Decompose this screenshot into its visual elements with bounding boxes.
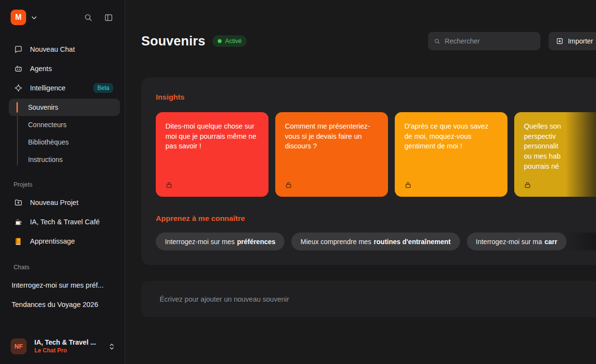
sidebar-top-bar: M [0, 0, 125, 25]
sidebar-toggle-icon[interactable] [104, 13, 113, 22]
orange-book-icon [14, 237, 23, 246]
chevron-down-icon [31, 15, 37, 21]
lock-icon [165, 181, 173, 189]
suggestion-pill[interactable]: Mieux comprendre mesroutines d'entraînem… [291, 233, 460, 250]
status-dot-icon [218, 39, 222, 43]
insight-card[interactable]: Quelles son perspectiv personnalit ou me… [514, 112, 596, 197]
sidebar-item-nouveau-projet[interactable]: Nouveau Projet [0, 193, 125, 212]
suggestion-pills-row: Interrogez-moi sur mespréférences Mieux … [141, 233, 596, 250]
sparkle-icon [14, 84, 23, 92]
sidebar-item-label: Agents [30, 65, 52, 73]
sub-item-label: Bibliothèques [28, 138, 69, 146]
insight-cards-row: Dites-moi quelque chose sur moi que je p… [141, 112, 596, 197]
active-indicator [16, 102, 18, 113]
memory-composer: + [141, 281, 596, 317]
insight-card-text: Quelles son perspectiv personnalit ou me… [524, 121, 596, 172]
sidebar-item-apprentissage[interactable]: Apprentissage [0, 232, 125, 251]
import-button[interactable]: Importer [549, 32, 596, 50]
insights-panel: Insights Dites-moi quelque chose sur moi… [141, 77, 596, 265]
sidebar-item-label: Intelligence [30, 84, 65, 92]
chats-list: Interrogez-moi sur mes préf... Tendances… [0, 276, 125, 314]
sidebar-item-connecteurs[interactable]: Connecteurs [9, 116, 120, 133]
project-label: IA, Tech & Travel Café [30, 218, 100, 226]
insight-card[interactable]: Comment me présenteriez-vous si je devai… [275, 112, 388, 197]
search-icon [434, 38, 440, 45]
chevron-up-down-icon [108, 343, 115, 350]
account-name: IA, Tech & Travel ... [34, 338, 96, 347]
chat-bubble-icon [14, 45, 23, 54]
projects-section-label: Projets [0, 181, 125, 188]
insight-card-text: Comment me présenteriez-vous si je devai… [285, 121, 378, 151]
right-fade-overlay [565, 233, 596, 250]
insight-card[interactable]: D'après ce que vous savez de moi, moquez… [395, 112, 507, 197]
status-badge: Activé [212, 35, 247, 47]
project-label: Apprentissage [30, 237, 75, 245]
search-icon[interactable] [84, 13, 93, 22]
lock-icon [404, 181, 412, 189]
project-label: Nouveau Projet [30, 199, 78, 206]
import-button-label: Importer [568, 37, 593, 45]
lock-icon [524, 181, 531, 189]
page-header: Souvenirs Activé Importer [141, 0, 596, 50]
lock-icon [285, 181, 292, 189]
main-content: Souvenirs Activé Importer Insi [125, 0, 596, 364]
chat-item-preferences[interactable]: Interrogez-moi sur mes préf... [0, 276, 125, 295]
sidebar-item-nouveau-chat[interactable]: Nouveau Chat [0, 40, 125, 59]
app-window: M Nouveau Chat Agents [0, 0, 596, 364]
sidebar-item-ia-tech-travel-cafe[interactable]: IA, Tech & Travel Café [0, 212, 125, 232]
sidebar-item-instructions[interactable]: Instructions [9, 151, 120, 168]
robot-icon [14, 64, 23, 73]
sub-item-label: Instructions [28, 156, 63, 163]
sidebar-item-souvenirs[interactable]: Souvenirs [9, 99, 120, 116]
mistral-logo[interactable]: M [11, 10, 26, 25]
suggestion-pill[interactable]: Interrogez-moi sur mespréférences [156, 233, 284, 250]
projects-list: Nouveau Projet IA, Tech & Travel Café Ap… [0, 193, 125, 251]
insight-card-text: D'après ce que vous savez de moi, moquez… [404, 121, 498, 151]
insight-card-text: Dites-moi quelque chose sur moi que je p… [165, 121, 259, 151]
beta-badge: Beta [93, 83, 113, 93]
account-switcher[interactable]: NF IA, Tech & Travel ... Le Chat Pro [0, 332, 125, 364]
chat-item-tendances-voyage[interactable]: Tendances du Voyage 2026 [0, 295, 125, 314]
sidebar-item-bibliotheques[interactable]: Bibliothèques [9, 133, 120, 151]
suggestion-pill[interactable]: Interrogez-moi sur macarr [467, 233, 566, 250]
insight-card[interactable]: Dites-moi quelque chose sur moi que je p… [156, 112, 268, 197]
chats-section-label: Chats [0, 264, 125, 271]
folder-plus-icon [14, 198, 23, 207]
sidebar: M Nouveau Chat Agents [0, 0, 125, 364]
import-icon [556, 37, 564, 45]
search-box[interactable] [428, 32, 540, 50]
sidebar-item-label: Nouveau Chat [30, 45, 75, 53]
coffee-icon [14, 218, 23, 226]
sub-item-label: Connecteurs [28, 121, 66, 129]
sidebar-item-intelligence[interactable]: Intelligence Beta [0, 78, 125, 98]
insights-heading: Insights [156, 93, 596, 102]
know-me-heading: Apprenez à me connaître [156, 214, 596, 223]
sidebar-item-agents[interactable]: Agents [0, 59, 125, 78]
workspace-switcher-button[interactable] [31, 15, 37, 21]
sub-item-label: Souvenirs [28, 103, 58, 111]
account-plan-label: Le Chat Pro [34, 347, 96, 354]
page-title: Souvenirs [141, 34, 205, 49]
new-memory-input[interactable] [160, 295, 596, 303]
sidebar-nav: Nouveau Chat Agents Intelligence Beta [0, 40, 125, 314]
intelligence-sublist: Souvenirs Connecteurs Bibliothèques Inst… [9, 99, 120, 168]
avatar: NF [11, 338, 27, 354]
status-badge-label: Activé [225, 38, 241, 44]
search-input[interactable] [445, 37, 535, 45]
